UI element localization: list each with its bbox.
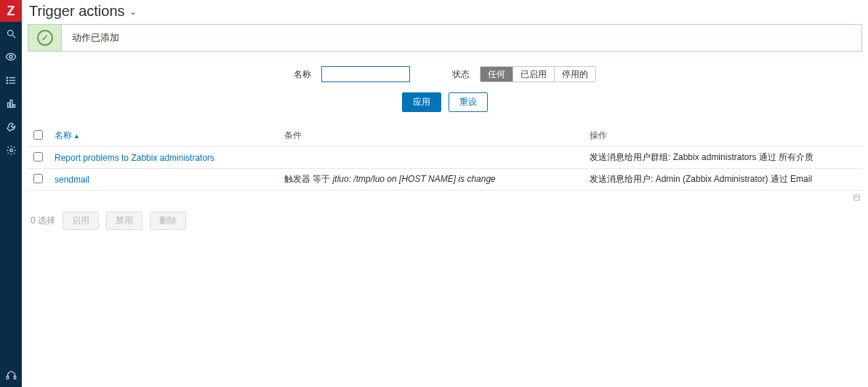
row-checkbox[interactable] bbox=[33, 174, 43, 183]
row-operations: 发送消息给用户群组: Zabbix administrators 通过 所有介质 bbox=[584, 147, 862, 169]
page-title-dropdown[interactable]: Trigger actions ⌄ bbox=[29, 3, 137, 20]
main-content: Trigger actions ⌄ ✓ 动作已添加 名称 状态 任何 已启用 停… bbox=[22, 0, 868, 387]
bulk-enable-button[interactable]: 启用 bbox=[63, 212, 99, 230]
col-header-name[interactable]: 名称▲ bbox=[49, 125, 278, 147]
svg-point-7 bbox=[7, 79, 7, 80]
svg-point-0 bbox=[7, 30, 13, 36]
filter-panel: 名称 状态 任何 已启用 停用的 应用 重设 bbox=[22, 59, 868, 121]
list-icon[interactable] bbox=[0, 68, 22, 92]
row-conditions: 触发器 等于 jtluo: /tmp/luo on [HOST NAME] is… bbox=[278, 169, 584, 191]
search-icon[interactable] bbox=[0, 22, 22, 45]
action-name-link[interactable]: Report problems to Zabbix administrators bbox=[55, 153, 214, 163]
action-name-link[interactable]: sendmail bbox=[55, 175, 89, 185]
select-all-checkbox[interactable] bbox=[33, 130, 43, 140]
svg-rect-9 bbox=[7, 103, 9, 107]
zabbix-logo[interactable]: Z bbox=[0, 0, 22, 22]
svg-rect-11 bbox=[13, 104, 15, 107]
config-icon[interactable] bbox=[0, 115, 22, 138]
svg-line-1 bbox=[12, 35, 15, 38]
svg-point-6 bbox=[7, 77, 7, 78]
table-row: Report problems to Zabbix administrators… bbox=[28, 147, 862, 169]
page-title: Trigger actions bbox=[29, 3, 125, 20]
table-header-row: 名称▲ 条件 操作 bbox=[28, 125, 862, 147]
col-header-operations: 操作 bbox=[584, 125, 862, 147]
reports-icon[interactable] bbox=[0, 92, 22, 115]
svg-point-8 bbox=[7, 82, 7, 83]
chevron-down-icon: ⌄ bbox=[129, 7, 137, 17]
bulk-delete-button[interactable]: 删除 bbox=[150, 212, 186, 230]
row-conditions bbox=[278, 147, 584, 169]
bulk-disable-button[interactable]: 禁用 bbox=[106, 212, 142, 230]
success-message: 动作已添加 bbox=[62, 25, 861, 51]
status-option-disabled[interactable]: 停用的 bbox=[555, 67, 595, 81]
svg-rect-10 bbox=[10, 100, 12, 107]
apply-button[interactable]: 应用 bbox=[402, 92, 441, 112]
support-icon[interactable] bbox=[0, 364, 22, 387]
table-footer-icon[interactable] bbox=[28, 191, 862, 204]
page-header: Trigger actions ⌄ bbox=[22, 3, 868, 24]
svg-rect-15 bbox=[854, 195, 859, 200]
svg-point-12 bbox=[9, 148, 12, 151]
admin-icon[interactable] bbox=[0, 138, 22, 161]
svg-point-2 bbox=[9, 55, 12, 58]
status-option-enabled[interactable]: 已启用 bbox=[513, 67, 555, 81]
success-check-icon: ✓ bbox=[28, 25, 62, 51]
selected-count: 0 选择 bbox=[31, 215, 55, 227]
status-option-any[interactable]: 任何 bbox=[481, 67, 513, 81]
actions-table: 名称▲ 条件 操作 Report problems to Zabbix admi… bbox=[28, 125, 862, 204]
sidebar: Z bbox=[0, 0, 22, 387]
filter-status-label: 状态 bbox=[452, 68, 470, 81]
status-segmented: 任何 已启用 停用的 bbox=[480, 66, 596, 82]
svg-rect-13 bbox=[7, 376, 9, 379]
eye-icon[interactable] bbox=[0, 45, 22, 68]
success-banner: ✓ 动作已添加 bbox=[28, 24, 862, 52]
table-row: sendmail 触发器 等于 jtluo: /tmp/luo on [HOST… bbox=[28, 169, 862, 191]
filter-name-label: 名称 bbox=[294, 68, 311, 81]
bulk-actions: 0 选择 启用 禁用 删除 bbox=[22, 204, 868, 237]
sort-asc-icon: ▲ bbox=[73, 132, 80, 140]
svg-rect-14 bbox=[14, 376, 16, 379]
row-checkbox[interactable] bbox=[33, 152, 43, 161]
row-operations: 发送消息给用户: Admin (Zabbix Administrator) 通过… bbox=[584, 169, 862, 191]
col-header-conditions: 条件 bbox=[278, 125, 584, 147]
filter-name-input[interactable] bbox=[321, 66, 410, 82]
reset-button[interactable]: 重设 bbox=[449, 92, 488, 112]
